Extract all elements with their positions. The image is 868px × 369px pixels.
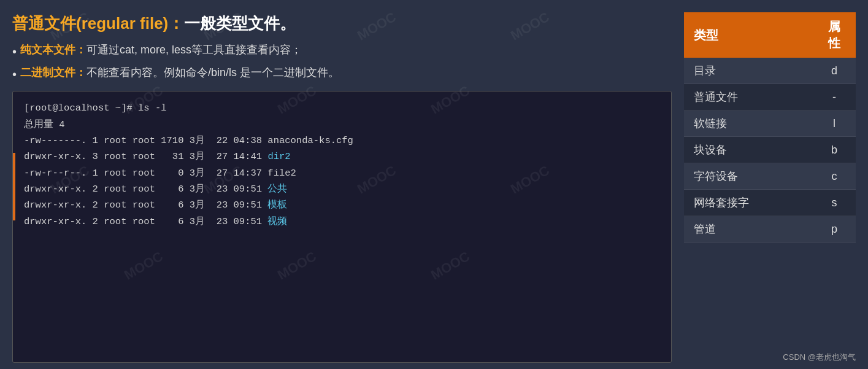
file-type-table: 类型 属性 目录d普通文件-软链接l块设备b字符设备c网络套接字s管道p <box>684 12 856 243</box>
table-header-type: 类型 <box>684 12 813 58</box>
bullet-dot-1: • <box>12 42 17 61</box>
table-cell-type: 管道 <box>684 216 813 243</box>
terminal-block: [root@localhost ~]# ls -l 总用量 4 -rw-----… <box>12 91 672 363</box>
main-container: 普通文件(regular file)：一般类型文件。 • 纯文本文件：可通过ca… <box>0 0 868 369</box>
table-row: 字符设备c <box>684 163 856 190</box>
table-cell-attr: c <box>813 163 856 190</box>
bullet-item-2: • 二进制文件：不能查看内容。例如命令/bin/ls 是一个二进制文件。 <box>12 64 672 84</box>
title-orange: 普通文件(regular file)： <box>12 14 184 33</box>
table-cell-attr: - <box>813 84 856 111</box>
bracket-indicator <box>13 153 15 220</box>
dir2-text: dir2 <box>267 151 290 162</box>
table-cell-type: 块设备 <box>684 137 813 163</box>
title-suffix: 一般类型文件。 <box>184 14 296 33</box>
table-cell-attr: p <box>813 216 856 243</box>
terminal-line-3: -rw-------. 1 root root 1710 3月 22 04:38… <box>24 133 660 149</box>
bullet-list: • 纯文本文件：可通过cat, more, less等工具直接查看内容； • 二… <box>12 42 672 84</box>
bullet-item-1: • 纯文本文件：可通过cat, more, less等工具直接查看内容； <box>12 42 672 61</box>
table-row: 块设备b <box>684 137 856 163</box>
table-cell-attr: d <box>813 58 856 84</box>
table-row: 管道p <box>684 216 856 243</box>
table-cell-attr: l <box>813 111 856 137</box>
table-cell-type: 目录 <box>684 58 813 84</box>
bullet-1-text: 纯文本文件：可通过cat, more, less等工具直接查看内容； <box>20 42 302 58</box>
table-row: 目录d <box>684 58 856 84</box>
table-row: 网络套接字s <box>684 190 856 216</box>
gonggong-text: 公共 <box>267 184 287 195</box>
terminal-line-6: drwxr-xr-x. 2 root root 6 3月 23 09:51 公共 <box>24 181 660 197</box>
footer-credit: CSDN @老虎也淘气 <box>783 352 856 363</box>
table-row: 软链接l <box>684 111 856 137</box>
shipin-text: 视频 <box>267 216 287 227</box>
terminal-line-5: -rw-r--r--. 1 root root 0 3月 27 14:37 fi… <box>24 165 660 181</box>
terminal-line-8: drwxr-xr-x. 2 root root 6 3月 23 09:51 视频 <box>24 214 660 230</box>
muban-text: 模板 <box>267 200 287 211</box>
page-title: 普通文件(regular file)：一般类型文件。 <box>12 12 672 34</box>
table-cell-type: 软链接 <box>684 111 813 137</box>
table-header-attr: 属性 <box>813 12 856 58</box>
table-cell-attr: b <box>813 137 856 163</box>
bullet-2-text: 二进制文件：不能查看内容。例如命令/bin/ls 是一个二进制文件。 <box>20 64 339 81</box>
table-cell-attr: s <box>813 190 856 216</box>
table-cell-type: 网络套接字 <box>684 190 813 216</box>
table-cell-type: 普通文件 <box>684 84 813 111</box>
terminal-line-1: [root@localhost ~]# ls -l <box>24 100 660 116</box>
terminal-line-7: drwxr-xr-x. 2 root root 6 3月 23 09:51 模板 <box>24 197 660 213</box>
right-section: 类型 属性 目录d普通文件-软链接l块设备b字符设备c网络套接字s管道p <box>684 12 856 363</box>
left-section: 普通文件(regular file)：一般类型文件。 • 纯文本文件：可通过ca… <box>12 12 672 363</box>
table-cell-type: 字符设备 <box>684 163 813 190</box>
terminal-line-2: 总用量 4 <box>24 117 660 133</box>
bullet-dot-2: • <box>12 65 17 84</box>
table-row: 普通文件- <box>684 84 856 111</box>
terminal-line-4: drwxr-xr-x. 3 root root 31 3月 27 14:41 d… <box>24 149 660 165</box>
